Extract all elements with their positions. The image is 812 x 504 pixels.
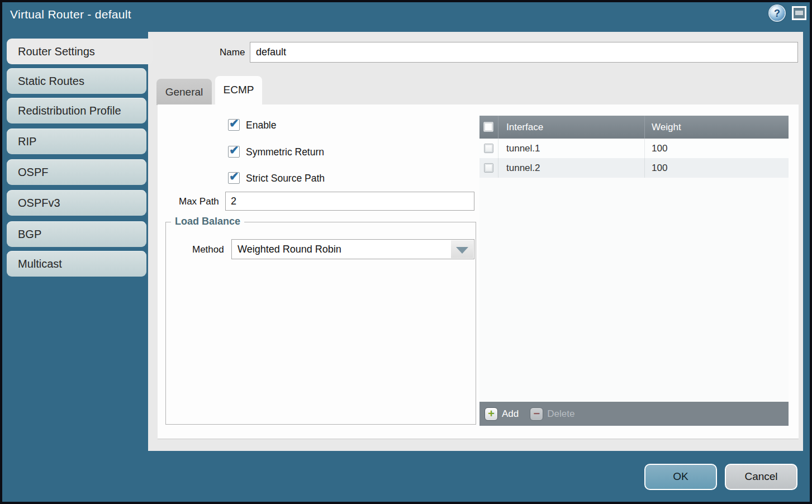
table-row[interactable]: tunnel.2 100 bbox=[479, 158, 789, 178]
tab-general[interactable]: General bbox=[156, 79, 212, 105]
minus-icon: − bbox=[533, 407, 540, 420]
sidebar-item-router-settings[interactable]: Router Settings bbox=[7, 39, 153, 64]
interface-cell: tunnel.2 bbox=[498, 158, 644, 178]
plus-icon: + bbox=[488, 407, 495, 420]
weight-cell: 100 bbox=[644, 158, 789, 178]
column-header-interface: Interface bbox=[498, 116, 644, 139]
strict-source-path-label: Strict Source Path bbox=[246, 173, 325, 184]
sidebar-item-bgp[interactable]: BGP bbox=[7, 221, 146, 247]
load-balance-legend: Load Balance bbox=[171, 216, 244, 227]
name-input[interactable] bbox=[250, 42, 798, 63]
symmetric-return-checkbox[interactable] bbox=[228, 146, 240, 158]
sidebar-item-ospf[interactable]: OSPF bbox=[7, 159, 146, 185]
row-checkbox[interactable] bbox=[484, 163, 493, 173]
restore-window-icon[interactable] bbox=[792, 6, 806, 20]
select-all-checkbox[interactable] bbox=[483, 122, 493, 132]
name-label: Name bbox=[220, 47, 245, 58]
max-path-input[interactable] bbox=[225, 192, 474, 211]
row-checkbox[interactable] bbox=[484, 144, 493, 153]
symmetric-return-label: Symmetric Return bbox=[246, 146, 324, 158]
sidebar-item-ospfv3[interactable]: OSPFv3 bbox=[7, 190, 146, 216]
method-label: Method bbox=[192, 244, 224, 255]
sidebar-item-rip[interactable]: RIP bbox=[7, 129, 146, 154]
method-selected-value: Weighted Round Robin bbox=[238, 244, 341, 255]
row-select-cell bbox=[479, 139, 498, 158]
sidebar-item-multicast[interactable]: Multicast bbox=[7, 251, 146, 277]
row-select-cell bbox=[479, 158, 498, 178]
delete-icon[interactable]: − bbox=[530, 407, 543, 421]
sidebar-item-redistribution-profile[interactable]: Redistribution Profile bbox=[7, 98, 146, 123]
ok-button[interactable]: OK bbox=[644, 464, 717, 490]
method-select[interactable]: Weighted Round Robin bbox=[231, 239, 474, 259]
column-header-weight: Weight bbox=[644, 116, 789, 139]
sidebar-item-static-routes[interactable]: Static Routes bbox=[7, 68, 146, 94]
enable-checkbox[interactable] bbox=[228, 119, 240, 131]
cancel-button[interactable]: Cancel bbox=[725, 464, 797, 490]
add-icon[interactable]: + bbox=[485, 407, 498, 421]
chevron-down-icon[interactable] bbox=[451, 240, 473, 258]
add-button[interactable]: Add bbox=[502, 408, 519, 420]
table-toolbar: + Add − Delete bbox=[479, 402, 789, 426]
virtual-router-dialog: Virtual Router - default Router Settings… bbox=[0, 0, 812, 504]
delete-button[interactable]: Delete bbox=[547, 408, 574, 420]
table-header-row: Interface Weight bbox=[479, 116, 789, 139]
dialog-title: Virtual Router - default bbox=[10, 8, 131, 21]
ecmp-tab-content: Enable Symmetric Return Strict Source Pa… bbox=[158, 104, 799, 439]
table-row[interactable]: tunnel.1 100 bbox=[479, 139, 789, 158]
tab-ecmp[interactable]: ECMP bbox=[215, 76, 262, 106]
strict-source-path-checkbox[interactable] bbox=[228, 172, 240, 184]
help-icon[interactable] bbox=[770, 6, 785, 21]
max-path-label: Max Path bbox=[179, 196, 219, 207]
enable-label: Enable bbox=[246, 120, 277, 131]
weight-cell: 100 bbox=[644, 139, 789, 158]
interface-cell: tunnel.1 bbox=[498, 139, 644, 158]
select-all-cell bbox=[479, 116, 498, 139]
main-panel: Name General ECMP Enable Symmetric Retur… bbox=[148, 32, 803, 451]
interfaces-table: Interface Weight tunnel.1 100 tunnel.2 1… bbox=[479, 116, 789, 426]
